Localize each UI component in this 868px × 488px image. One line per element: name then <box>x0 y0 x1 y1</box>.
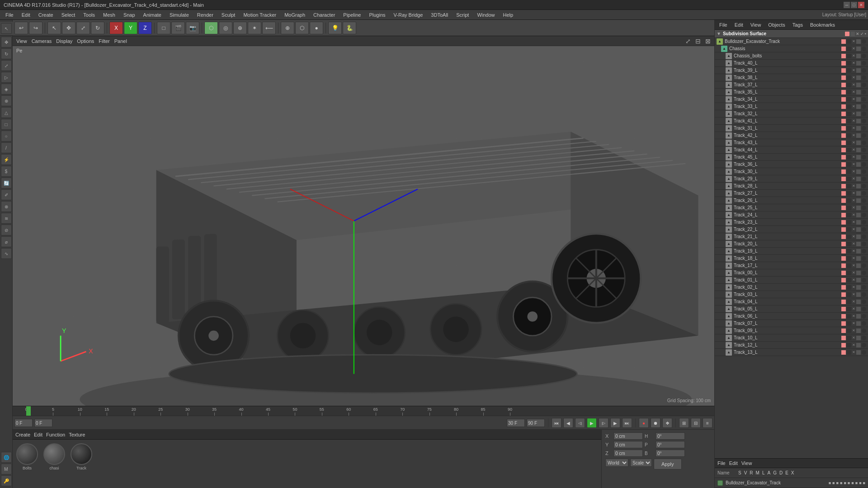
animation-btn[interactable]: 🎬 <box>171 22 185 34</box>
list-item[interactable]: ▲ Track_20_L ✕ <box>715 240 868 248</box>
list-item[interactable]: ▲ Track_34_L ✕ <box>715 96 868 103</box>
attr-tab-edit[interactable]: Edit <box>729 460 738 466</box>
list-item[interactable]: ▲ Track_43_L ✕ <box>715 139 868 146</box>
list-item[interactable]: ▲ Track_26_L ✕ <box>715 197 868 204</box>
menu-window[interactable]: Window <box>473 11 498 19</box>
poly-mode[interactable]: ⬡ <box>204 22 218 34</box>
menu-animate[interactable]: Animate <box>140 11 165 19</box>
next-key[interactable]: |▷ <box>599 418 609 428</box>
paint-tool[interactable]: ⟵ <box>262 22 276 34</box>
next-frame[interactable]: ▶ <box>610 418 620 428</box>
tool-12[interactable]: ⊗ <box>1 201 12 212</box>
object-mode[interactable]: □ <box>157 22 170 34</box>
list-item[interactable]: ▲ Track_27_L ✕ <box>715 190 868 197</box>
fps-input[interactable] <box>507 419 525 427</box>
list-item[interactable]: ▲ Track_09_L ✕ <box>715 327 868 334</box>
prev-frame[interactable]: ◀ <box>563 418 573 428</box>
start-frame-input[interactable] <box>14 419 33 427</box>
tool-scale[interactable]: ⤢ <box>1 60 12 71</box>
list-item[interactable]: ▲ Track_28_L ✕ <box>715 183 868 190</box>
record-btn[interactable]: ● <box>639 418 649 428</box>
coord-y-input[interactable] <box>613 441 643 448</box>
menu-plugins[interactable]: Plugins <box>365 11 389 19</box>
obj-tab-tags[interactable]: Tags <box>791 21 805 28</box>
material-bolts[interactable]: Bolts <box>16 443 38 470</box>
new-axis-y[interactable]: Y <box>124 22 137 34</box>
attr-tab-view[interactable]: View <box>741 460 752 466</box>
coord-z-input[interactable] <box>613 450 643 457</box>
obj-tab-file[interactable]: File <box>717 21 729 28</box>
edge-mode[interactable]: ◎ <box>219 22 232 34</box>
list-item[interactable]: ▲ Track_12_L ✕ <box>715 342 868 349</box>
list-item[interactable]: ▲ Track_06_L ✕ <box>715 313 868 320</box>
list-item[interactable]: ▲ Track_00_L ✕ <box>715 269 868 277</box>
apply-button[interactable]: Apply <box>654 459 682 469</box>
list-item[interactable]: ▲ Track_31_L ✕ <box>715 125 868 132</box>
tool-18[interactable]: M <box>1 464 12 474</box>
material-track[interactable]: Track <box>71 443 92 470</box>
list-item[interactable]: ▲ Track_44_L ✕ <box>715 146 868 154</box>
list-item[interactable]: ▲ Track_35_L ✕ <box>715 89 868 96</box>
coord-p-input[interactable] <box>656 441 685 448</box>
menu-simulate[interactable]: Simulate <box>166 11 193 19</box>
list-item[interactable]: ▲ Track_07_L ✕ <box>715 320 868 327</box>
scale-tool[interactable]: ⤢ <box>76 22 90 34</box>
tool-10[interactable]: 🔄 <box>1 178 12 188</box>
tool-11[interactable]: ✐ <box>1 189 12 200</box>
autokey-btn[interactable]: ⏺ <box>651 418 660 428</box>
list-item[interactable]: ▲ Chassis ✕ <box>715 45 868 52</box>
mat-tab-texture[interactable]: Texture <box>69 432 85 437</box>
list-item[interactable]: ▲ Track_33_L ✕ <box>715 103 868 110</box>
undo-button[interactable]: ↩ <box>14 22 28 34</box>
menu-sculpt[interactable]: Sculpt <box>218 11 239 19</box>
list-item[interactable]: ▲ Track_01_L ✕ <box>715 277 868 284</box>
timeline-ruler[interactable]: 051015202530354045505560657075808590 <box>13 406 714 416</box>
coord-scale-select[interactable]: Scale <box>630 459 652 467</box>
vp-view[interactable]: View <box>16 38 27 44</box>
menu-3dtoall[interactable]: 3DToAll <box>427 11 452 19</box>
list-item[interactable]: ▲ Track_17_L ✕ <box>715 262 868 269</box>
playhead[interactable] <box>26 406 31 416</box>
new-axis-z[interactable]: Z <box>138 22 152 34</box>
coord-x-input[interactable] <box>613 432 643 440</box>
tool-16[interactable]: ∿ <box>1 248 12 259</box>
menu-mograph[interactable]: MoGraph <box>281 11 309 19</box>
coord-system-select[interactable]: World Object <box>605 459 628 467</box>
menu-help[interactable]: Help <box>500 11 517 19</box>
list-item[interactable]: ▲ Track_37_L ✕ <box>715 81 868 89</box>
menu-pipeline[interactable]: Pipeline <box>340 11 364 19</box>
tool-5[interactable]: □ <box>1 119 12 130</box>
redo-button[interactable]: ↪ <box>29 22 42 34</box>
tool-19[interactable]: 🔑 <box>1 475 12 486</box>
menu-mesh[interactable]: Mesh <box>99 11 119 19</box>
tool-17[interactable]: 🌐 <box>1 452 12 463</box>
list-item[interactable]: ▲ Bulldozer_Excavator_Track ✕ <box>715 38 868 45</box>
point-mode[interactable]: ⊕ <box>233 22 247 34</box>
tool-15[interactable]: ⌀ <box>1 236 12 247</box>
goto-start[interactable]: ⏮ <box>552 418 561 428</box>
close-button[interactable]: ✕ <box>858 2 864 8</box>
menu-select[interactable]: Select <box>58 11 79 19</box>
vp-panel[interactable]: Panel <box>114 38 127 44</box>
coord-h-input[interactable] <box>656 432 685 440</box>
prev-key[interactable]: ◁| <box>575 418 585 428</box>
list-item[interactable]: ▲ Track_38_L ✕ <box>715 74 868 81</box>
end-frame-input[interactable] <box>527 419 545 427</box>
weight-tool[interactable]: ✶ <box>248 22 261 34</box>
vp-options[interactable]: Options <box>77 38 94 44</box>
list-item[interactable]: ▲ Track_04_L ✕ <box>715 298 868 305</box>
obj-tab-bookmarks[interactable]: Bookmarks <box>808 21 837 28</box>
list-item[interactable]: ▲ Track_22_L ✕ <box>715 226 868 233</box>
vp-close[interactable]: ⊠ <box>705 38 711 45</box>
vp-shrink[interactable]: ⊟ <box>695 38 701 45</box>
obj-tab-edit[interactable]: Edit <box>733 21 745 28</box>
list-item[interactable]: ▲ Chassis_bolts ✕ <box>715 52 868 60</box>
material-chasi[interactable]: chasi <box>43 443 65 470</box>
list-item[interactable]: ▲ Track_21_L ✕ <box>715 233 868 240</box>
minimize-button[interactable]: ─ <box>844 2 850 8</box>
menu-script[interactable]: Script <box>453 11 472 19</box>
move-tool[interactable]: ✥ <box>62 22 75 34</box>
mat-tab-create[interactable]: Create <box>15 432 30 437</box>
viewport[interactable]: View Cameras Display Options Filter Pane… <box>13 36 714 406</box>
new-axis-x[interactable]: X <box>109 22 123 34</box>
